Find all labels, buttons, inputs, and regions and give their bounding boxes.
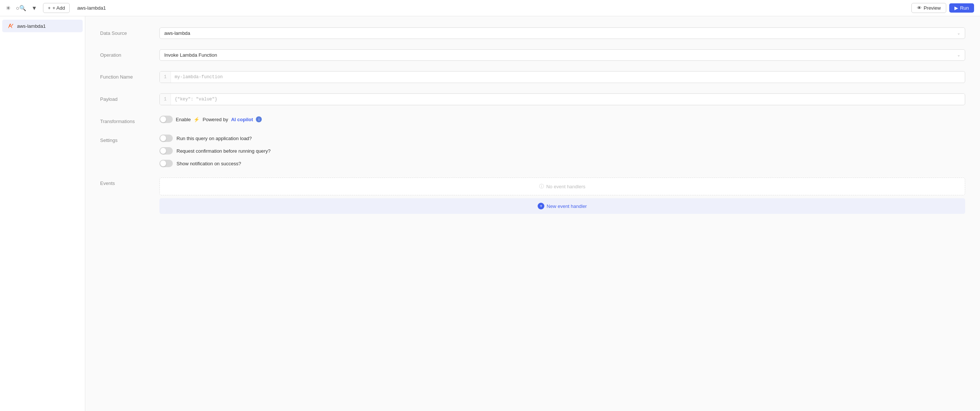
events-block: ⓘ No event handlers + New event handler xyxy=(159,178,965,214)
payload-line-number: 1 xyxy=(160,94,171,105)
main-layout: aws-lambda1 Data Source aws-lambda ⌄ Ope… xyxy=(0,16,980,411)
settings-label-3: Show notification on success? xyxy=(177,161,241,167)
payload-field: 1 {"key": "value"} xyxy=(159,94,965,105)
enable-label: Enable xyxy=(176,117,191,122)
data-source-label: Data Source xyxy=(100,27,159,36)
topbar-actions: 👁 Preview ▶ Run xyxy=(912,3,974,13)
settings-option1-row: Run this query on application load? xyxy=(159,135,965,142)
toggle-thumb-s3 xyxy=(160,160,166,167)
preview-label: Preview xyxy=(924,5,941,11)
function-name-placeholder: my-lambda-function xyxy=(171,71,965,83)
add-label: + Add xyxy=(52,5,65,11)
run-label: Run xyxy=(960,5,969,11)
settings-toggle-2[interactable] xyxy=(159,147,173,154)
transformations-toggle[interactable] xyxy=(159,116,173,123)
settings-block: Run this query on application load? Requ… xyxy=(159,135,965,167)
operation-select[interactable]: Invoke Lambda Function ⌄ xyxy=(159,49,965,61)
sidebar: aws-lambda1 xyxy=(0,16,85,411)
topbar-icon-group: ✳ ○🔍 ▼ xyxy=(6,5,37,11)
payload-placeholder: {"key": "value"} xyxy=(171,94,965,105)
operation-value: Invoke Lambda Function xyxy=(164,52,217,58)
payload-row: Payload 1 {"key": "value"} xyxy=(100,94,965,105)
toggle-thumb xyxy=(160,116,166,122)
content-area: Data Source aws-lambda ⌄ Operation Invok… xyxy=(85,16,980,411)
plus-icon: + xyxy=(48,5,51,11)
topbar-title: aws-lambda1 xyxy=(74,5,907,11)
no-event-handlers-box: ⓘ No event handlers xyxy=(159,178,965,195)
settings-option2-row: Request confirmation before running quer… xyxy=(159,147,965,154)
operation-field: Invoke Lambda Function ⌄ xyxy=(159,49,965,61)
play-icon: ▶ xyxy=(955,5,958,11)
run-button[interactable]: ▶ Run xyxy=(949,3,974,13)
info-circle-icon: ⓘ xyxy=(539,183,544,190)
settings-toggle-1[interactable] xyxy=(159,135,173,142)
star-icon[interactable]: ✳ xyxy=(6,5,11,11)
info-icon[interactable]: i xyxy=(256,116,262,122)
function-name-label: Function Name xyxy=(100,71,159,80)
chevron-down-icon-op: ⌄ xyxy=(957,52,960,57)
new-event-handler-button[interactable]: + New event handler xyxy=(159,198,965,214)
data-source-row: Data Source aws-lambda ⌄ xyxy=(100,27,965,39)
preview-button[interactable]: 👁 Preview xyxy=(912,3,946,13)
operation-label: Operation xyxy=(100,49,159,58)
data-source-value: aws-lambda xyxy=(164,30,190,36)
events-row: Events ⓘ No event handlers + New event h… xyxy=(100,178,965,214)
payload-label: Payload xyxy=(100,94,159,102)
search-icon[interactable]: ○🔍 xyxy=(16,5,26,11)
toggle-thumb-s2 xyxy=(160,148,166,154)
ai-copilot-text: AI copilot xyxy=(231,117,253,122)
settings-field: Run this query on application load? Requ… xyxy=(159,135,965,167)
no-handlers-text: No event handlers xyxy=(546,184,585,189)
toggle-thumb-s1 xyxy=(160,135,166,141)
new-event-label: New event handler xyxy=(547,203,587,209)
settings-toggle-3[interactable] xyxy=(159,160,173,167)
settings-label-1: Run this query on application load? xyxy=(177,136,252,141)
filter-icon[interactable]: ▼ xyxy=(32,5,37,11)
payload-input[interactable]: 1 {"key": "value"} xyxy=(159,94,965,105)
line-number-1: 1 xyxy=(160,71,171,83)
topbar: ✳ ○🔍 ▼ + + Add aws-lambda1 👁 Preview ▶ R… xyxy=(0,0,980,16)
function-name-row: Function Name 1 my-lambda-function xyxy=(100,71,965,83)
settings-row: Settings Run this query on application l… xyxy=(100,135,965,167)
transform-toggle-row: Enable ⚡ Powered by AI copilot i xyxy=(159,116,965,123)
operation-row: Operation Invoke Lambda Function ⌄ xyxy=(100,49,965,61)
settings-option3-row: Show notification on success? xyxy=(159,160,965,167)
bolt-icon: ⚡ xyxy=(194,117,199,122)
transformations-row: Transformations Enable ⚡ Powered by AI c… xyxy=(100,116,965,124)
sidebar-item-label: aws-lambda1 xyxy=(17,23,46,29)
events-field: ⓘ No event handlers + New event handler xyxy=(159,178,965,214)
eye-icon: 👁 xyxy=(917,5,922,11)
add-button[interactable]: + + Add xyxy=(43,3,70,13)
transformations-label: Transformations xyxy=(100,116,159,124)
settings-label: Settings xyxy=(100,135,159,143)
plus-circle-icon: + xyxy=(538,203,544,209)
settings-label-2: Request confirmation before running quer… xyxy=(177,148,270,154)
function-name-field: 1 my-lambda-function xyxy=(159,71,965,83)
data-source-field: aws-lambda ⌄ xyxy=(159,27,965,39)
powered-by-prefix: Powered by xyxy=(202,117,228,122)
sidebar-item-aws-lambda1[interactable]: aws-lambda1 xyxy=(2,20,83,32)
events-label: Events xyxy=(100,178,159,186)
data-source-select[interactable]: aws-lambda ⌄ xyxy=(159,27,965,39)
function-name-input[interactable]: 1 my-lambda-function xyxy=(159,71,965,83)
lambda-icon xyxy=(7,22,14,29)
transformations-field: Enable ⚡ Powered by AI copilot i xyxy=(159,116,965,123)
chevron-down-icon: ⌄ xyxy=(957,31,960,36)
